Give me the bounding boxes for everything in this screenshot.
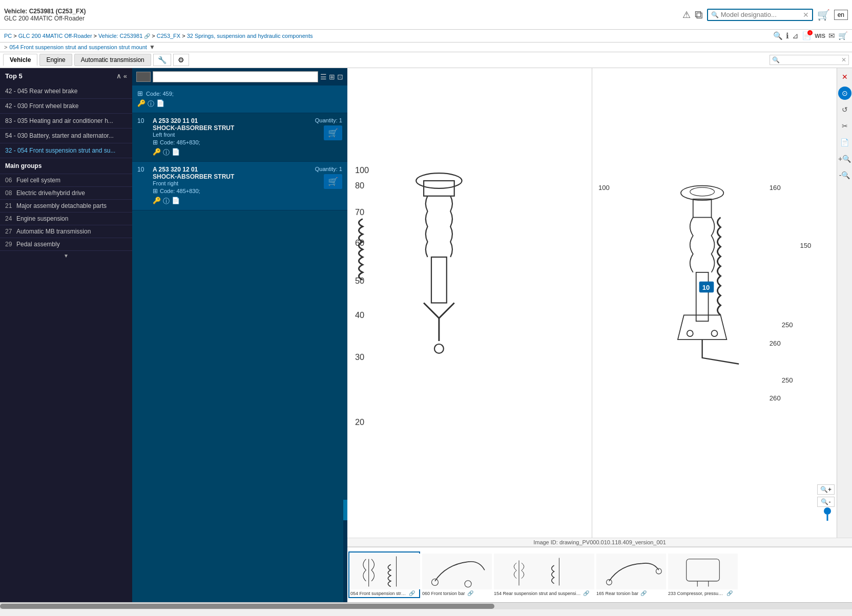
tab-automatic-transmission[interactable]: Automatic transmission bbox=[74, 54, 151, 66]
thumb-link-1[interactable]: 🔗 bbox=[467, 590, 473, 596]
doc-icon-1[interactable]: 📄 bbox=[172, 148, 180, 157]
thumb-1[interactable]: 060 Front torsion bar 🔗 bbox=[420, 551, 492, 598]
parts-color-swatch bbox=[136, 72, 151, 82]
sidebar-group-08[interactable]: 08 Electric drive/hybrid drive bbox=[0, 187, 132, 200]
toolbar-search-input[interactable] bbox=[780, 56, 841, 63]
sidebar-item-top5-5[interactable]: 32 - 054 Front suspension strut and su..… bbox=[0, 143, 132, 158]
thumb-2[interactable]: 154 Rear suspension strut and suspension… bbox=[492, 551, 594, 598]
horizontal-scrollbar[interactable] bbox=[0, 602, 852, 609]
thumb-label-2: 154 Rear suspension strut and suspension… bbox=[494, 590, 592, 596]
model-search-input[interactable] bbox=[721, 11, 803, 18]
cart-btn-1[interactable]: 🛒 bbox=[324, 125, 342, 140]
part-illustration-left bbox=[359, 173, 462, 353]
part-code-0: Code: 459; bbox=[146, 91, 174, 97]
thumb-4[interactable]: 233 Compressor, pressure re... 🔗 bbox=[666, 551, 738, 598]
zoom-in-btn[interactable]: 🔍 bbox=[773, 31, 783, 40]
blue-pin[interactable] bbox=[823, 506, 832, 522]
zoom-out-diagram-btn[interactable]: 🔍- bbox=[817, 497, 835, 507]
copy-icon-btn[interactable]: ⧉ bbox=[695, 8, 703, 22]
thumb-link-2[interactable]: 🔗 bbox=[583, 590, 589, 596]
breadcrumb-vehicle-model[interactable]: GLC 200 4MATIC Off-Roader bbox=[18, 33, 92, 39]
parts-list-view-btn[interactable]: ☰ bbox=[320, 73, 327, 81]
parts-expand-btn[interactable]: ⊡ bbox=[337, 73, 343, 81]
info-icon-2[interactable]: ⓘ bbox=[163, 197, 170, 206]
rt-zoom-in-btn[interactable]: +🔍 bbox=[838, 152, 851, 165]
tab-icon1[interactable]: 🔧 bbox=[153, 54, 171, 66]
key-icon-1[interactable]: 🔑 bbox=[153, 148, 161, 157]
close-diagram-btn[interactable]: ✕ bbox=[838, 70, 851, 83]
svg-point-16 bbox=[690, 187, 715, 196]
thumb-link-0[interactable]: 🔗 bbox=[409, 590, 415, 596]
thumb-link-4[interactable]: 🔗 bbox=[726, 590, 733, 596]
sidebar-item-top5-2[interactable]: 42 - 030 Front wheel brake bbox=[0, 99, 132, 114]
doc-tool-btn[interactable]: 📄 bbox=[838, 136, 851, 149]
filter-btn[interactable]: ⊿ bbox=[792, 31, 799, 40]
svg-point-31 bbox=[431, 579, 438, 586]
diagram-right: 100 160 bbox=[592, 68, 837, 538]
tab-vehicle[interactable]: Vehicle bbox=[3, 54, 37, 66]
breadcrumb-32springs[interactable]: 32 Springs, suspension and hydraulic com… bbox=[187, 33, 313, 39]
image-id-bar: Image ID: drawing_PV000.010.118.409_vers… bbox=[347, 538, 852, 547]
doc-icon-2[interactable]: 📄 bbox=[172, 197, 180, 206]
key-icon-0[interactable]: 🔑 bbox=[137, 99, 146, 109]
wis-btn[interactable]: WIS bbox=[815, 33, 825, 39]
toolbar-search-clear[interactable]: ✕ bbox=[841, 56, 846, 63]
top5-title: Top 5 bbox=[5, 72, 23, 80]
sidebar-item-top5-1[interactable]: 42 - 045 Rear wheel brake bbox=[0, 84, 132, 99]
cut-btn[interactable]: ✂ bbox=[838, 119, 851, 133]
tab-engine[interactable]: Engine bbox=[39, 54, 72, 66]
warning-icon-btn[interactable]: ⚠ bbox=[682, 9, 691, 20]
zoom-in-diagram-btn[interactable]: 🔍+ bbox=[817, 484, 835, 495]
cart-bc-btn[interactable]: 🛒 bbox=[838, 31, 848, 40]
breadcrumb-054[interactable]: 054 Front suspension strut and suspensio… bbox=[9, 44, 147, 50]
sidebar-group-21[interactable]: 21 Major assembly detachable parts bbox=[0, 200, 132, 213]
info-icon-0[interactable]: ⓘ bbox=[148, 99, 154, 109]
breadcrumb-vehicle-c253981[interactable]: Vehicle: C253981 bbox=[98, 33, 142, 39]
sidebar-group-24[interactable]: 24 Engine suspension bbox=[0, 213, 132, 225]
mail-btn[interactable]: ✉ bbox=[828, 31, 835, 40]
toolbar-search-area: 🔍 ✕ bbox=[770, 55, 849, 65]
sidebar-group-27[interactable]: 27 Automatic MB transmission bbox=[0, 225, 132, 238]
image-id-text: Image ID: drawing_PV000.010.118.409_vers… bbox=[533, 539, 666, 545]
breadcrumb-dropdown-btn[interactable]: ▼ bbox=[149, 44, 155, 51]
part-pos-2: 10 bbox=[137, 166, 150, 173]
breadcrumb-pc[interactable]: PC bbox=[4, 33, 12, 39]
thumb-3[interactable]: 165 Rear torsion bar 🔗 bbox=[594, 551, 666, 598]
collapse-up-icon[interactable]: ∧ bbox=[116, 72, 121, 80]
cart-btn-2[interactable]: 🛒 bbox=[324, 174, 342, 189]
sidebar-item-top5-3[interactable]: 83 - 035 Heating and air conditioner h..… bbox=[0, 114, 132, 129]
key-icon-2[interactable]: 🔑 bbox=[153, 197, 161, 206]
svg-text:260: 260 bbox=[770, 339, 781, 347]
search-icon: 🔍 bbox=[711, 11, 719, 18]
right-zoom-btns: 🔍+ 🔍- bbox=[817, 484, 835, 507]
language-selector[interactable]: en bbox=[834, 10, 848, 20]
collapse-double-icon[interactable]: « bbox=[123, 72, 127, 80]
sidebar-item-top5-4[interactable]: 54 - 030 Battery, starter and alternator… bbox=[0, 129, 132, 143]
thumb-link-3[interactable]: 🔗 bbox=[640, 590, 647, 596]
sidebar-group-27-label: Automatic MB transmission bbox=[16, 228, 91, 235]
doc-icon-0[interactable]: 📄 bbox=[156, 99, 164, 109]
thumb-canvas-0 bbox=[350, 554, 420, 589]
info-icon-1[interactable]: ⓘ bbox=[163, 148, 170, 157]
doc-btn[interactable]: 📄! bbox=[802, 31, 812, 40]
breadcrumb-c253fx[interactable]: C253_FX bbox=[157, 33, 180, 39]
info-btn[interactable]: ℹ bbox=[786, 31, 789, 40]
rt-zoom-out-btn[interactable]: -🔍 bbox=[838, 168, 851, 182]
part-desc-1: Left front bbox=[153, 132, 312, 138]
part-partnum-2: A 253 320 12 01 bbox=[153, 166, 312, 173]
thumb-0[interactable]: 054 Front suspension strut and suspensio… bbox=[348, 551, 420, 598]
parts-grid-view-btn[interactable]: ⊞ bbox=[329, 73, 335, 81]
parts-search-input[interactable] bbox=[153, 71, 318, 82]
history-btn[interactable]: ↺ bbox=[838, 103, 851, 116]
search-clear-btn[interactable]: ✕ bbox=[803, 11, 809, 19]
cart-icon-btn[interactable]: 🛒 bbox=[817, 9, 830, 21]
sidebar-group-29[interactable]: 29 Pedal assembly bbox=[0, 238, 132, 251]
scrollbar-thumb[interactable] bbox=[0, 604, 494, 609]
svg-text:100: 100 bbox=[598, 184, 610, 192]
part-code-row-0: ⊞ Code: 459; bbox=[137, 90, 342, 97]
thumb-canvas-1 bbox=[422, 554, 492, 589]
thumbnail-strip: 054 Front suspension strut and suspensio… bbox=[347, 547, 852, 602]
circle-tool-btn[interactable]: ⊙ bbox=[838, 87, 851, 100]
sidebar-group-06[interactable]: 06 Fuel cell system bbox=[0, 174, 132, 187]
tab-icon2[interactable]: ⚙ bbox=[173, 54, 189, 66]
